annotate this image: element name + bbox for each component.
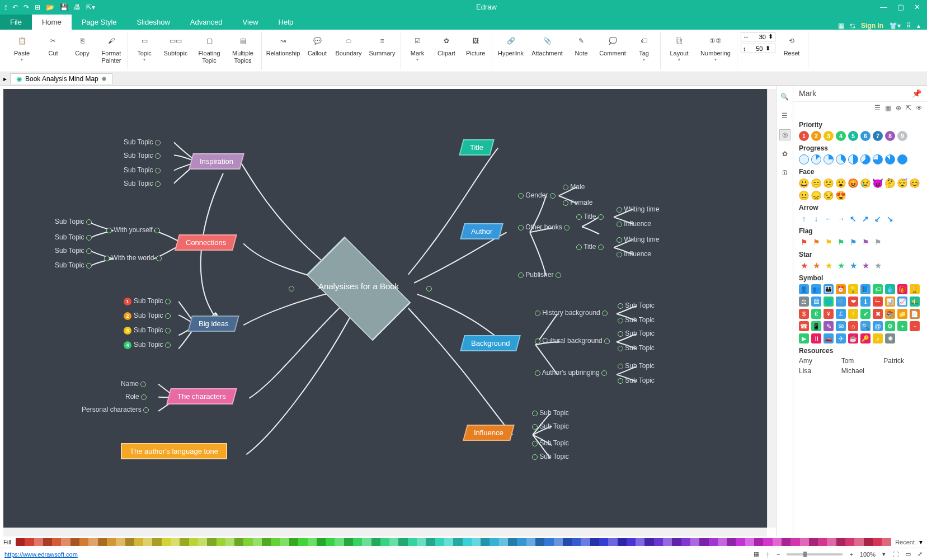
face-mark[interactable]: 😑 (811, 178, 821, 188)
flag-mark[interactable]: ⚑ (811, 237, 821, 247)
branch-upbringing[interactable]: Author's upbringing (535, 369, 607, 377)
resource-item[interactable]: Lisa (799, 367, 837, 375)
numbering-button[interactable]: ①②Numbering (698, 32, 733, 62)
sub-topic[interactable]: Sub Topic (618, 377, 655, 384)
symbol-mark[interactable]: 📚 (885, 309, 895, 319)
sub-topic[interactable]: Sub Topic (618, 316, 655, 324)
symbol-mark[interactable]: ✔ (860, 309, 870, 319)
comment-button[interactable]: 💭Comment (597, 32, 628, 57)
fit-width-icon[interactable]: ▭ (905, 550, 911, 558)
symbol-mark[interactable]: － (910, 321, 920, 331)
face-mark[interactable]: 😐 (799, 190, 809, 200)
grid-view-icon[interactable]: ▦ (885, 104, 891, 112)
symbol-mark[interactable]: 🔑 (860, 333, 870, 343)
palette-more-icon[interactable]: ▾ (919, 538, 927, 546)
progress-mark[interactable] (836, 154, 846, 164)
paste-button[interactable]: 📋Paste (7, 32, 37, 62)
branch-publisher[interactable]: Publisher (518, 271, 561, 279)
multiple-topics-button[interactable]: ▤Multiple Topics (228, 32, 258, 64)
symbol-mark[interactable]: ⚙ (885, 321, 895, 331)
symbol-mark[interactable]: ¥ (824, 309, 834, 319)
sub-topic[interactable]: 3Sub Topic (124, 326, 171, 335)
v-spacing-input[interactable]: ↕ ⬍ (741, 44, 775, 53)
symbol-mark[interactable]: ☎ (799, 321, 809, 331)
sub-topic[interactable]: Sub Topic (618, 362, 655, 370)
star-mark[interactable]: ★ (848, 261, 858, 271)
node-characters[interactable]: The characters (166, 388, 237, 404)
progress-mark[interactable] (799, 154, 809, 164)
tag-button[interactable]: 🏷Tag (631, 32, 657, 62)
symbol-mark[interactable]: 💧 (885, 284, 895, 294)
reset-button[interactable]: ⟲Reset (779, 32, 804, 57)
node-background[interactable]: Background (460, 335, 521, 351)
sub-topic[interactable]: Sub Topic (124, 138, 161, 146)
format-painter-button[interactable]: 🖌Format Painter (98, 32, 124, 64)
sub-male[interactable]: Male (563, 183, 585, 191)
export-icon[interactable]: ⇱▾ (86, 3, 95, 11)
sub-name[interactable]: Name (121, 380, 146, 388)
priority-mark[interactable]: 5 (848, 131, 858, 141)
relationship-button[interactable]: ↝Relationship (265, 32, 301, 57)
symbol-mark[interactable]: 📁 (897, 309, 907, 319)
new-icon[interactable]: ⊞ (35, 3, 40, 11)
side-outline-icon[interactable]: ☰ (779, 110, 790, 121)
symbol-mark[interactable]: ⌂ (848, 321, 858, 331)
mindmap-canvas[interactable]: Analysises for a Book Inspiration Connec… (3, 89, 767, 528)
symbol-mark[interactable]: ✉ (836, 321, 846, 331)
symbol-mark[interactable]: ♪ (873, 333, 883, 343)
sub-topic[interactable]: Sub Topic (55, 261, 92, 269)
note-button[interactable]: ✎Note (568, 32, 594, 57)
symbol-mark[interactable]: 💡 (848, 284, 858, 294)
mark-button[interactable]: ☑Mark (404, 32, 430, 62)
face-mark[interactable]: 😒 (824, 190, 834, 200)
open-icon[interactable]: 📂 (46, 3, 54, 11)
symbol-mark[interactable]: 📈 (897, 297, 907, 307)
fit-page-icon[interactable]: ⛶ (892, 551, 898, 558)
cloud-icon[interactable]: ▦ (838, 22, 844, 30)
side-task-icon[interactable]: 🗓 (779, 167, 790, 178)
face-mark[interactable]: 😊 (910, 178, 920, 188)
star-mark[interactable]: ★ (799, 261, 809, 271)
color-palette[interactable] (16, 538, 891, 546)
horizontal-scrollbar[interactable] (3, 528, 767, 537)
save-icon[interactable]: 💾 (60, 3, 68, 11)
h-spacing-input[interactable]: ↔ ⬍ (741, 32, 775, 41)
node-title[interactable]: Title (459, 139, 495, 156)
leaf[interactable]: Writing time (617, 205, 659, 213)
sub-topic[interactable]: Sub Topic (532, 409, 569, 417)
resource-item[interactable]: Amy (799, 357, 837, 365)
symbol-mark[interactable]: ⚖ (799, 297, 809, 307)
subtopic-button[interactable]: ▭▭Subtopic (161, 32, 191, 57)
node-influence[interactable]: Influence (463, 425, 515, 441)
symbol-mark[interactable]: 👥 (811, 284, 821, 294)
priority-mark[interactable]: 2 (811, 131, 821, 141)
symbol-mark[interactable]: $ (799, 309, 809, 319)
symbol-mark[interactable]: ⛔ (873, 297, 883, 307)
star-mark[interactable]: ★ (836, 261, 846, 271)
progress-mark[interactable] (897, 154, 907, 164)
symbol-mark[interactable]: £ (836, 309, 846, 319)
boundary-button[interactable]: ⬭Boundary (333, 32, 364, 57)
visibility-icon[interactable]: 👁 (916, 104, 923, 112)
resource-item[interactable]: Tom (841, 357, 879, 365)
floating-topic-button[interactable]: ▢Floating Topic (194, 32, 224, 64)
zoom-slider[interactable] (787, 553, 843, 556)
page-layout-icon[interactable]: ▦ (754, 550, 759, 558)
sign-in-link[interactable]: Sign In (861, 22, 883, 30)
document-tab[interactable]: ◉ Book Analysis Mind Map (10, 73, 112, 84)
face-mark[interactable]: 😀 (799, 178, 809, 188)
progress-mark[interactable] (885, 154, 895, 164)
leaf[interactable]: Writing time (617, 236, 659, 243)
symbol-mark[interactable]: 🛒 (836, 297, 846, 307)
cut-button[interactable]: ✂Cut (40, 32, 66, 57)
tab-advanced[interactable]: Advanced (180, 15, 233, 30)
pin-icon[interactable]: 📌 (912, 89, 921, 98)
symbol-mark[interactable]: ! (848, 309, 858, 319)
vertical-scrollbar[interactable] (767, 89, 776, 528)
symbol-mark[interactable]: ℹ (860, 297, 870, 307)
layout-button[interactable]: ⿻Layout (664, 32, 694, 62)
face-mark[interactable]: 😴 (897, 178, 907, 188)
face-mark[interactable]: 😕 (824, 178, 834, 188)
progress-mark[interactable] (873, 154, 883, 164)
tab-help[interactable]: Help (269, 15, 304, 30)
